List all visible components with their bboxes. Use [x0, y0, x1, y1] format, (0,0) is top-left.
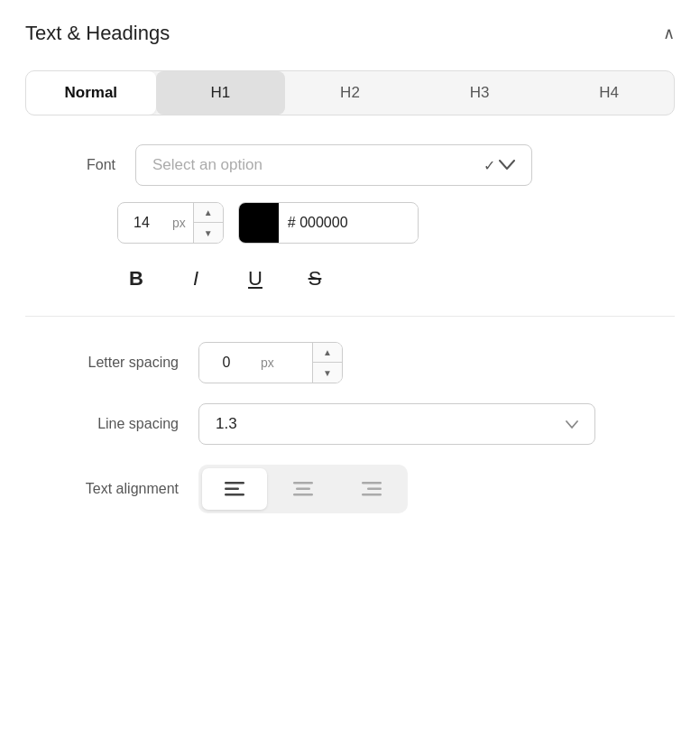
font-size-down-button[interactable]: ▼	[194, 223, 223, 243]
font-row: Font Select an option ✓	[43, 144, 675, 186]
font-size-spinners: ▲ ▼	[193, 203, 223, 243]
font-size-up-button[interactable]: ▲	[194, 203, 223, 223]
letter-spacing-label: Letter spacing	[43, 355, 179, 371]
svg-rect-4	[296, 488, 310, 491]
tab-h1[interactable]: H1	[156, 71, 286, 115]
text-style-row: B I U S	[117, 260, 675, 298]
size-color-row: px ▲ ▼	[117, 202, 675, 244]
svg-rect-6	[362, 482, 382, 484]
text-alignment-group	[198, 465, 408, 513]
letter-spacing-unit: px	[253, 355, 281, 370]
panel-header: Text & Headings ∧	[25, 22, 675, 45]
align-center-button[interactable]	[271, 468, 336, 510]
text-alignment-row: Text alignment	[43, 465, 657, 513]
panel-title: Text & Headings	[25, 22, 170, 45]
collapse-icon[interactable]: ∧	[663, 23, 675, 43]
svg-rect-0	[225, 482, 244, 484]
letter-spacing-row: Letter spacing px ▲ ▼	[43, 342, 657, 383]
svg-rect-1	[225, 488, 239, 491]
line-spacing-value: 1.3	[216, 415, 237, 433]
section-divider	[25, 316, 675, 317]
align-right-button[interactable]	[339, 468, 404, 510]
text-headings-panel: Text & Headings ∧ Normal H1 H2 H3 H4 Fon…	[0, 0, 700, 562]
chevron-down-icon: ✓	[484, 157, 515, 174]
letter-spacing-input-group: px ▲ ▼	[198, 342, 343, 383]
letter-spacing-input[interactable]	[199, 346, 253, 380]
bold-button[interactable]: B	[117, 260, 155, 298]
letter-spacing-spinners: ▲ ▼	[312, 343, 342, 383]
text-alignment-label: Text alignment	[43, 481, 179, 497]
svg-rect-7	[367, 488, 382, 491]
svg-rect-2	[225, 494, 244, 496]
bottom-form: Letter spacing px ▲ ▼ Line spacing 1.3	[25, 342, 675, 533]
tab-normal[interactable]: Normal	[26, 71, 156, 115]
align-left-button[interactable]	[202, 468, 267, 510]
tab-h4[interactable]: H4	[544, 71, 674, 115]
line-spacing-chevron-icon	[566, 417, 578, 431]
font-label: Font	[43, 157, 115, 173]
color-picker-group	[238, 202, 419, 244]
tab-h3[interactable]: H3	[415, 71, 545, 115]
font-dropdown-text: Select an option	[152, 156, 262, 174]
strikethrough-button[interactable]: S	[296, 260, 334, 298]
tab-h2[interactable]: H2	[285, 71, 415, 115]
italic-button[interactable]: I	[177, 260, 215, 298]
line-spacing-dropdown[interactable]: 1.3	[198, 403, 595, 445]
line-spacing-row: Line spacing 1.3	[43, 403, 657, 445]
font-size-unit: px	[165, 216, 193, 230]
letter-spacing-down-button[interactable]: ▼	[313, 363, 342, 383]
svg-rect-8	[362, 494, 382, 496]
font-section: Font Select an option ✓	[25, 144, 675, 202]
color-swatch[interactable]	[239, 203, 279, 243]
font-size-input-group: px ▲ ▼	[117, 202, 224, 244]
svg-rect-5	[293, 494, 313, 496]
svg-rect-3	[293, 482, 313, 484]
underline-button[interactable]: U	[236, 260, 274, 298]
heading-tabs: Normal H1 H2 H3 H4	[25, 70, 675, 115]
font-size-input[interactable]	[118, 206, 165, 240]
letter-spacing-up-button[interactable]: ▲	[313, 343, 342, 363]
line-spacing-label: Line spacing	[43, 416, 179, 432]
color-hex-input[interactable]	[279, 206, 419, 240]
font-dropdown[interactable]: Select an option ✓	[135, 144, 532, 186]
